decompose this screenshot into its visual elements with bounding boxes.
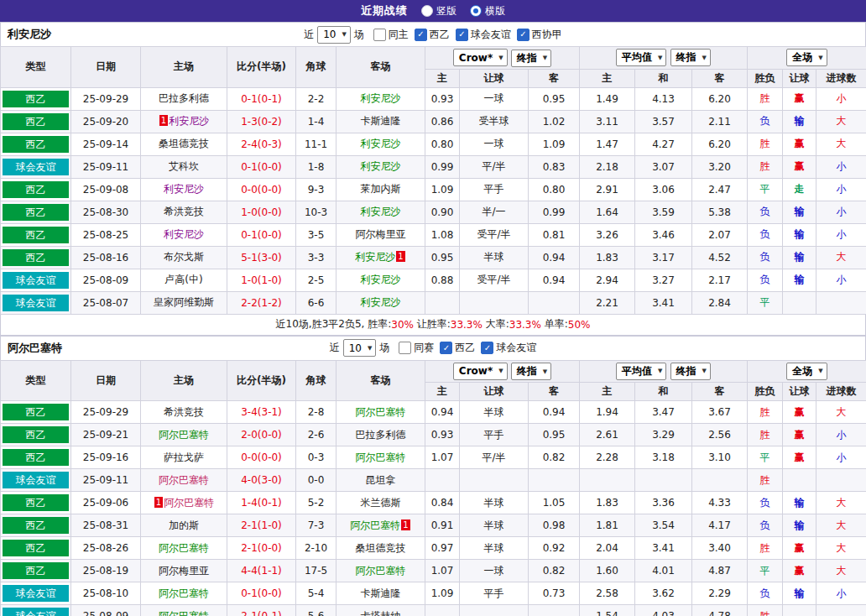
result-text: 大 bbox=[837, 138, 847, 149]
team-link[interactable]: 阿尔梅里亚 bbox=[356, 228, 406, 240]
filter-checkbox-西协甲[interactable]: ✓西协甲 bbox=[517, 28, 562, 42]
team-link[interactable]: 利安尼沙 bbox=[164, 228, 204, 240]
team-link[interactable]: 卢高(中) bbox=[164, 274, 202, 285]
chevron-down-icon: ▼ bbox=[543, 368, 547, 375]
team-link[interactable]: 阿尔巴塞特 bbox=[356, 452, 406, 463]
avg-away: 2.29 bbox=[692, 582, 748, 605]
score-link[interactable]: 0-1(0-1) bbox=[241, 93, 282, 105]
score-link[interactable]: 4-0(3-0) bbox=[241, 474, 282, 486]
team-link[interactable]: 希洪竞技 bbox=[164, 206, 204, 217]
team-link[interactable]: 阿尔巴塞特 bbox=[159, 610, 209, 616]
score-link[interactable]: 2-4(0-3) bbox=[241, 138, 282, 150]
team-link[interactable]: 利安尼沙 bbox=[169, 115, 209, 127]
team-link[interactable]: 阿尔巴塞特 bbox=[356, 565, 406, 577]
score-link[interactable]: 3-4(3-1) bbox=[241, 406, 282, 418]
result-goals bbox=[816, 605, 866, 616]
filter-checkbox-西乙[interactable]: ✓西乙 bbox=[415, 28, 450, 42]
subcol-odds-away: 客 bbox=[529, 383, 580, 401]
team-link[interactable]: 阿尔巴塞特 bbox=[350, 519, 400, 531]
result-text: 胜 bbox=[760, 542, 770, 554]
team-link[interactable]: 利安尼沙 bbox=[361, 138, 401, 149]
team-link[interactable]: 阿尔巴塞特 bbox=[159, 429, 209, 441]
team-link[interactable]: 利安尼沙 bbox=[361, 92, 401, 104]
team-link[interactable]: 巴拉多利德 bbox=[356, 429, 406, 441]
team-link[interactable]: 阿尔巴塞特 bbox=[159, 542, 209, 554]
team-link[interactable]: 利安尼沙 bbox=[355, 251, 395, 263]
odds-stage-select[interactable]: 终指▼ bbox=[511, 363, 551, 380]
avg-stage-select[interactable]: 终指▼ bbox=[670, 363, 711, 380]
away-team-cell: 利安尼沙 bbox=[336, 201, 425, 223]
team-link[interactable]: 阿尔巴塞特 bbox=[356, 406, 406, 418]
team-link[interactable]: 卡塔赫纳 bbox=[361, 610, 401, 616]
team-link[interactable]: 莱加内斯 bbox=[361, 183, 401, 195]
radio-horizontal[interactable]: 横版 bbox=[470, 4, 505, 18]
odds-stage-select[interactable]: 终指▼ bbox=[511, 50, 551, 67]
result-text: 赢 bbox=[795, 452, 805, 463]
score-link[interactable]: 0-0(0-0) bbox=[241, 184, 282, 196]
team-link[interactable]: 艾科坎 bbox=[169, 160, 199, 172]
filter-checkbox-球会友谊[interactable]: ✓球会友谊 bbox=[456, 28, 511, 42]
team-link[interactable]: 利安尼沙 bbox=[361, 296, 401, 308]
team-link[interactable]: 阿尔梅里亚 bbox=[159, 565, 209, 577]
score-link[interactable]: 1-0(0-0) bbox=[241, 206, 282, 218]
score-link[interactable]: 5-1(3-0) bbox=[241, 252, 282, 264]
bookmaker-select[interactable]: Crow*▼ bbox=[453, 363, 508, 380]
team-link[interactable]: 利安尼沙 bbox=[361, 160, 401, 172]
filter-checkbox-同主[interactable]: 同主 bbox=[373, 28, 409, 42]
recent-count-select[interactable]: 10▼ bbox=[343, 339, 377, 357]
team-link[interactable]: 阿尔巴塞特 bbox=[159, 587, 209, 599]
home-team-cell: 巴拉多利德 bbox=[141, 87, 227, 110]
team-link[interactable]: 利安尼沙 bbox=[361, 206, 401, 217]
avg-stage-select[interactable]: 终指▼ bbox=[670, 49, 711, 66]
score-link[interactable]: 2-1(0-0) bbox=[241, 542, 282, 554]
score-link[interactable]: 1-0(1-0) bbox=[241, 274, 282, 286]
team-link[interactable]: 巴拉多利德 bbox=[159, 92, 209, 104]
result-text: 负 bbox=[760, 115, 770, 127]
score-link[interactable]: 2-1(1-0) bbox=[241, 519, 282, 531]
result-text: 负 bbox=[760, 587, 770, 599]
score-link[interactable]: 2-2(1-2) bbox=[241, 297, 282, 309]
filter-checkbox-西乙[interactable]: ✓西乙 bbox=[440, 341, 475, 355]
average-select[interactable]: 平均值▼ bbox=[616, 363, 666, 380]
odds-away: 0.92 bbox=[529, 537, 580, 560]
filter-checkbox-同赛[interactable]: 同赛 bbox=[399, 341, 434, 355]
fulltime-select[interactable]: 全场▼ bbox=[786, 49, 827, 66]
team-link[interactable]: 利安尼沙 bbox=[361, 274, 401, 285]
page-title: 近期战绩 bbox=[361, 3, 408, 18]
fulltime-select[interactable]: 全场▼ bbox=[786, 363, 827, 380]
score-link[interactable]: 0-1(0-0) bbox=[241, 229, 282, 241]
team-link[interactable]: 桑坦德竞技 bbox=[159, 138, 209, 149]
team-link[interactable]: 阿尔巴塞特 bbox=[164, 497, 214, 509]
team-link[interactable]: 皇家阿维勤斯 bbox=[154, 296, 214, 308]
score-link[interactable]: 1-3(0-2) bbox=[241, 116, 282, 128]
match-row: 球会友谊25-08-09卢高(中)1-0(1-0)2-5利安尼沙0.88受平/半… bbox=[1, 269, 866, 291]
team-link[interactable]: 米兰德斯 bbox=[361, 497, 401, 509]
team-link[interactable]: 昆坦拿 bbox=[366, 474, 396, 486]
recent-count-select[interactable]: 10▼ bbox=[317, 26, 351, 44]
team-link[interactable]: 桑坦德竞技 bbox=[356, 542, 406, 554]
filter-checkbox-球会友谊[interactable]: ✓球会友谊 bbox=[481, 341, 536, 355]
score-link[interactable]: 1-4(0-1) bbox=[241, 497, 282, 509]
score-link[interactable]: 2-1(0-1) bbox=[241, 610, 282, 616]
bookmaker-select[interactable]: Crow*▼ bbox=[453, 49, 508, 66]
team-link[interactable]: 希洪竞技 bbox=[164, 406, 204, 418]
team-link[interactable]: 卡斯迪隆 bbox=[361, 115, 401, 127]
team-link[interactable]: 萨拉戈萨 bbox=[164, 452, 204, 463]
score-link[interactable]: 2-0(0-0) bbox=[241, 429, 282, 441]
league-type-cell: 西乙 bbox=[1, 87, 71, 110]
radio-vertical[interactable]: 竖版 bbox=[421, 4, 456, 18]
average-select[interactable]: 平均值▼ bbox=[616, 49, 666, 66]
team-link[interactable]: 利安尼沙 bbox=[164, 183, 204, 195]
score-link[interactable]: 0-0(0-0) bbox=[241, 452, 282, 463]
match-row: 西乙25-08-16布尔戈斯5-1(3-0)3-3利安尼沙10.95半球0.94… bbox=[1, 246, 866, 269]
league-type-cell: 西乙 bbox=[1, 133, 71, 155]
score-link[interactable]: 0-1(0-0) bbox=[241, 161, 282, 173]
filter-checkbox-label: 同赛 bbox=[414, 341, 434, 355]
team-link[interactable]: 布尔戈斯 bbox=[164, 251, 204, 263]
team-link[interactable]: 阿尔巴塞特 bbox=[159, 474, 209, 486]
score-link[interactable]: 4-4(1-1) bbox=[241, 565, 282, 577]
team-link[interactable]: 加的斯 bbox=[169, 519, 199, 531]
team-link[interactable]: 卡斯迪隆 bbox=[361, 587, 401, 599]
summary-segment: 单率: bbox=[541, 317, 568, 331]
score-link[interactable]: 0-1(0-0) bbox=[241, 587, 282, 599]
